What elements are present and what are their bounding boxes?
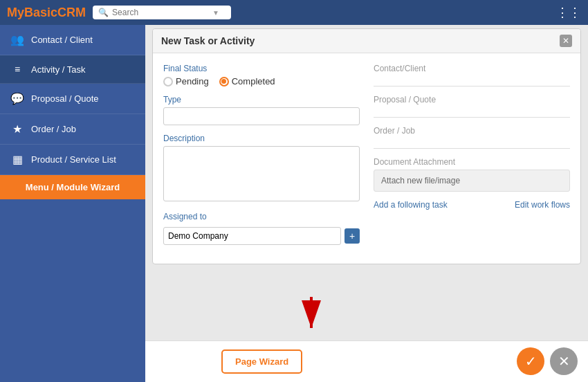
menu-module-wizard-button[interactable]: Menu / Module Wizard bbox=[0, 175, 145, 199]
search-icon: 🔍 bbox=[98, 8, 109, 17]
attach-file-button[interactable]: Attach new file/image bbox=[374, 170, 570, 192]
modal-header: New Task or Activity ✕ bbox=[153, 29, 580, 53]
type-field: Type bbox=[163, 95, 360, 125]
modal-right-column: Contact/Client Proposal / Quote Order / … bbox=[374, 64, 570, 253]
order-job-field: Order / Job bbox=[374, 126, 570, 149]
assigned-to-field: Assigned to + bbox=[163, 212, 360, 245]
sidebar-item-label: Contact / Client bbox=[31, 35, 93, 45]
edit-work-flows-link[interactable]: Edit work flows bbox=[515, 200, 570, 210]
status-radio-group: Pending Completed bbox=[163, 76, 360, 87]
modal-new-task: New Task or Activity ✕ Final Status Pend… bbox=[152, 28, 581, 264]
arrow-indicator bbox=[297, 293, 353, 337]
proposal-quote-label: Proposal / Quote bbox=[374, 95, 570, 104]
radio-completed-label: Completed bbox=[232, 76, 275, 87]
page-wizard-button[interactable]: Page Wizard bbox=[221, 349, 302, 374]
sidebar-item-label: Proposal / Quote bbox=[31, 93, 99, 104]
cancel-button[interactable]: ✕ bbox=[550, 347, 578, 375]
sidebar: 👥 Contact / Client ≡ Activity / Task 💬 P… bbox=[0, 25, 145, 382]
contact-client-label: Contact/Client bbox=[374, 64, 570, 73]
sidebar-item-order-job[interactable]: ★ Order / Job bbox=[0, 114, 145, 145]
main-content: New Task or Activity ✕ Final Status Pend… bbox=[145, 25, 588, 382]
contact-icon: 👥 bbox=[10, 33, 24, 46]
sidebar-item-label: Product / Service List bbox=[31, 154, 116, 165]
description-label: Description bbox=[163, 134, 360, 143]
layout: 👥 Contact / Client ≡ Activity / Task 💬 P… bbox=[0, 25, 588, 382]
modal-title: New Task or Activity bbox=[161, 35, 255, 46]
sidebar-item-product-service-list[interactable]: ▦ Product / Service List bbox=[0, 145, 145, 175]
type-label: Type bbox=[163, 95, 360, 104]
assigned-to-label: Assigned to bbox=[163, 212, 360, 221]
sidebar-item-proposal-quote[interactable]: 💬 Proposal / Quote bbox=[0, 84, 145, 114]
product-icon: ▦ bbox=[10, 153, 24, 166]
order-icon: ★ bbox=[10, 122, 24, 136]
sidebar-item-contact-client[interactable]: 👥 Contact / Client bbox=[0, 25, 145, 55]
modal-left-column: Final Status Pending Completed bbox=[163, 64, 360, 253]
order-job-value bbox=[374, 138, 570, 143]
final-status-label: Final Status bbox=[163, 64, 360, 73]
radio-completed-circle[interactable] bbox=[219, 77, 229, 87]
sidebar-item-label: Activity / Task bbox=[31, 64, 86, 75]
assigned-to-row: + bbox=[163, 227, 360, 245]
document-attachment-label: Document Attachment bbox=[374, 157, 570, 167]
sidebar-item-activity-task[interactable]: ≡ Activity / Task bbox=[0, 55, 145, 84]
radio-completed[interactable]: Completed bbox=[219, 76, 275, 87]
contact-client-value bbox=[374, 76, 570, 80]
description-field: Description bbox=[163, 134, 360, 203]
contact-client-field: Contact/Client bbox=[374, 64, 570, 87]
top-nav: MyBasicCRM 🔍 ▼ ⋮⋮ bbox=[0, 0, 588, 25]
arrow-svg bbox=[297, 293, 353, 335]
radio-pending[interactable]: Pending bbox=[163, 76, 209, 87]
description-textarea[interactable] bbox=[163, 146, 360, 201]
add-following-task-link[interactable]: Add a following task bbox=[374, 200, 448, 210]
links-row: Add a following task Edit work flows bbox=[374, 200, 570, 210]
radio-pending-label: Pending bbox=[176, 76, 209, 87]
add-assigned-button[interactable]: + bbox=[344, 228, 360, 244]
proposal-quote-field: Proposal / Quote bbox=[374, 95, 570, 118]
search-bar[interactable]: 🔍 ▼ bbox=[93, 6, 231, 19]
sidebar-item-label: Order / Job bbox=[31, 124, 76, 134]
final-status-field: Final Status Pending Completed bbox=[163, 64, 360, 87]
chevron-down-icon[interactable]: ▼ bbox=[212, 9, 219, 17]
proposal-icon: 💬 bbox=[10, 92, 24, 105]
grid-icon[interactable]: ⋮⋮ bbox=[556, 5, 581, 20]
modal-body: Final Status Pending Completed bbox=[153, 53, 580, 264]
type-input[interactable] bbox=[163, 107, 360, 125]
proposal-quote-value bbox=[374, 107, 570, 111]
confirm-button[interactable]: ✓ bbox=[517, 347, 544, 375]
assigned-to-input[interactable] bbox=[163, 227, 341, 245]
search-input[interactable] bbox=[112, 8, 209, 17]
radio-pending-circle[interactable] bbox=[163, 77, 173, 87]
activity-icon: ≡ bbox=[10, 64, 24, 75]
modal-close-button[interactable]: ✕ bbox=[560, 35, 572, 47]
document-attachment-field: Document Attachment Attach new file/imag… bbox=[374, 157, 570, 192]
bottom-right-buttons: ✓ ✕ bbox=[517, 347, 578, 375]
order-job-label: Order / Job bbox=[374, 126, 570, 136]
logo: MyBasicCRM bbox=[7, 6, 86, 20]
